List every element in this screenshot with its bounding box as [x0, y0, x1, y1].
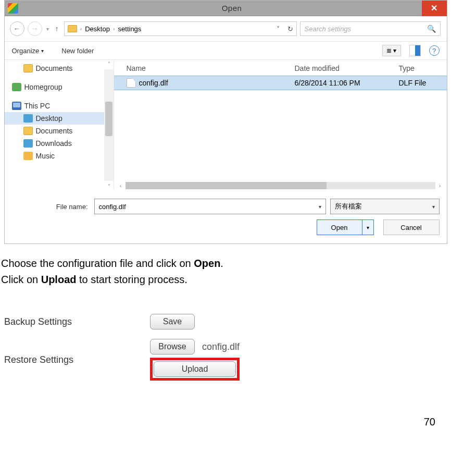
nav-up-button[interactable]: ↑	[53, 25, 61, 33]
chevron-up-icon[interactable]: ˄	[108, 61, 110, 67]
address-bar[interactable]: › Desktop › settings ˅ ↻	[64, 21, 297, 36]
file-date: 6/28/2014 11:06 PM	[295, 79, 399, 87]
list-hscrollbar[interactable]: ‹ ›	[114, 181, 447, 190]
tree-item-thispc[interactable]: This PC	[5, 100, 114, 112]
column-type[interactable]: Type	[399, 64, 441, 72]
filename-input[interactable]: config.dlf ▾	[94, 199, 326, 214]
tree-item-downloads[interactable]: Downloads	[5, 137, 114, 150]
chevron-down-icon[interactable]: ˅	[108, 184, 110, 189]
close-button[interactable]: ✕	[422, 1, 447, 16]
tree-scrollbar[interactable]	[104, 69, 114, 181]
upload-button[interactable]: Upload	[154, 361, 236, 377]
open-file-dialog: Open ✕ ← → ▾ ↑ › Desktop › settings ˅ ↻	[4, 0, 447, 244]
open-dropdown[interactable]: ▾	[362, 220, 373, 235]
chevron-down-icon: ▾	[41, 48, 44, 54]
nav-forward-button[interactable]: →	[28, 21, 42, 36]
preview-pane-button[interactable]	[409, 45, 421, 56]
file-row[interactable]: config.dlf 6/28/2014 11:06 PM DLF File	[114, 76, 447, 90]
nav-back-button[interactable]: ←	[10, 21, 24, 36]
chevron-down-icon[interactable]: ▾	[432, 204, 435, 210]
chevron-right-icon: ›	[113, 26, 115, 32]
new-folder-button[interactable]: New folder	[61, 47, 94, 55]
search-input[interactable]: Search settings 🔍	[300, 21, 441, 36]
chevron-down-icon[interactable]: ▾	[319, 204, 321, 210]
folder-icon	[68, 25, 77, 32]
file-type: DLF File	[399, 79, 441, 87]
view-mode-button[interactable]: ≣ ▾	[382, 45, 401, 56]
toolbar: Organize ▾ New folder ≣ ▾ ?	[5, 42, 447, 60]
help-button[interactable]: ?	[429, 45, 440, 56]
filetype-filter[interactable]: 所有檔案 ▾	[330, 199, 440, 214]
folder-icon	[23, 64, 33, 72]
dialog-title: Open	[42, 4, 422, 13]
music-icon	[23, 152, 33, 160]
dialog-titlebar: Open ✕	[5, 1, 447, 16]
tree-item-desktop[interactable]: Desktop	[5, 112, 114, 125]
address-bar-row: ← → ▾ ↑ › Desktop › settings ˅ ↻ Search …	[5, 16, 447, 42]
downloads-icon	[23, 139, 33, 148]
dialog-buttons: Open ▾ Cancel	[5, 219, 447, 243]
refresh-icon[interactable]: ↻	[287, 25, 293, 33]
open-button[interactable]: Open ▾	[317, 219, 374, 235]
chevron-right-icon: ›	[80, 26, 82, 32]
chevron-down-icon[interactable]: ˅	[277, 25, 280, 33]
organize-menu[interactable]: Organize ▾	[12, 47, 44, 55]
navigation-tree: ˄ Documents Homegroup This PC	[5, 60, 114, 190]
desktop-icon	[23, 114, 33, 123]
upload-highlight: Upload	[150, 358, 240, 381]
tree-item-documents[interactable]: Documents	[5, 62, 114, 75]
chrome-icon	[8, 3, 18, 14]
tree-item-homegroup[interactable]: Homegroup	[5, 81, 114, 93]
computer-icon	[12, 102, 21, 110]
folder-icon	[23, 127, 33, 135]
save-button[interactable]: Save	[150, 314, 195, 329]
column-headers[interactable]: Name Date modified Type	[114, 60, 447, 76]
cancel-button[interactable]: Cancel	[383, 219, 440, 235]
nav-history-dropdown[interactable]: ▾	[45, 26, 50, 32]
browse-button[interactable]: Browse	[150, 339, 195, 355]
chevron-left-icon[interactable]: ‹	[116, 182, 126, 189]
column-date[interactable]: Date modified	[295, 64, 399, 72]
search-icon: 🔍	[427, 25, 436, 33]
tree-item-documents2[interactable]: Documents	[5, 125, 114, 137]
breadcrumb-current[interactable]: settings	[118, 25, 142, 33]
breadcrumb-root[interactable]: Desktop	[85, 25, 110, 33]
filename-label: File name:	[12, 203, 90, 211]
file-name: config.dlf	[139, 79, 295, 87]
file-list: Name Date modified Type config.dlf 6/28/…	[114, 60, 447, 190]
column-name[interactable]: Name	[127, 64, 295, 72]
chevron-right-icon[interactable]: ›	[435, 182, 445, 189]
filename-row: File name: config.dlf ▾ 所有檔案 ▾	[5, 190, 447, 219]
file-icon	[127, 78, 136, 88]
tree-item-music[interactable]: Music	[5, 150, 114, 162]
chosen-file-label: config.dlf	[202, 341, 240, 352]
restore-settings-label: Restore Settings	[4, 355, 150, 365]
backup-restore-panel: Backup Settings Save Restore Settings Br…	[4, 314, 451, 381]
homegroup-icon	[12, 83, 21, 91]
page-number: 70	[0, 385, 451, 433]
search-placeholder: Search settings	[305, 25, 352, 33]
backup-settings-label: Backup Settings	[4, 316, 150, 327]
instruction-text: Choose the configuration file and click …	[0, 244, 451, 288]
